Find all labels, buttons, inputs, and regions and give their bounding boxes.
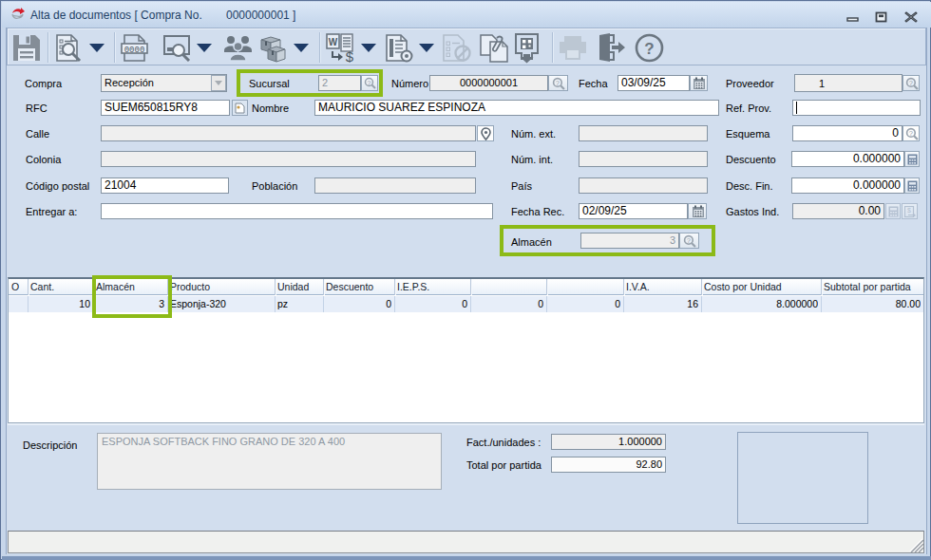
svg-text:?: ? (368, 80, 371, 86)
svg-text:W: W (329, 37, 338, 47)
svg-text:?: ? (644, 40, 654, 58)
svg-text:?: ? (909, 79, 913, 87)
svg-text:?: ? (556, 79, 560, 87)
svg-text:0000: 0000 (124, 46, 145, 55)
svg-text:?: ? (909, 129, 913, 138)
svg-text:?: ? (687, 236, 691, 245)
svg-text:$: $ (346, 48, 354, 64)
svg-text:$: $ (907, 207, 911, 214)
